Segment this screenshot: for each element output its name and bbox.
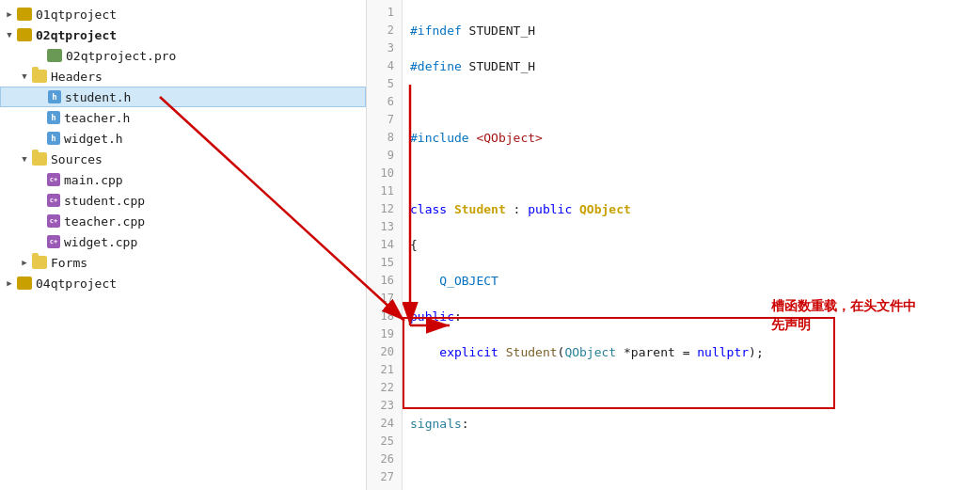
code-text[interactable]: #ifndef STUDENT_H #define STUDENT_H #inc… <box>403 0 980 490</box>
code-line-13 <box>410 450 972 468</box>
arrow-sources <box>19 153 30 165</box>
project-icon-02 <box>17 28 32 41</box>
tree-item-teacher-h[interactable]: h teacher.h <box>0 107 366 128</box>
tree-item-pro[interactable]: 02qtproject.pro <box>0 45 366 66</box>
cpp-icon-teacher: c+ <box>47 214 60 228</box>
h-icon-teacher: h <box>47 111 60 124</box>
label-headers: Headers <box>51 70 103 84</box>
code-line-1: #ifndef STUDENT_H <box>410 22 972 40</box>
code-line-14: public slots: <box>410 486 972 490</box>
label-02qtproject: 02qtproject <box>36 28 117 42</box>
tree-item-student-cpp[interactable]: c+ student.cpp <box>0 190 366 211</box>
label-teacher-cpp: teacher.cpp <box>64 214 145 229</box>
code-editor[interactable]: 12345 678910 1112131415 1617181920 21222… <box>367 0 980 490</box>
tree-item-02qtproject[interactable]: 02qtproject <box>0 24 366 45</box>
project-icon-01 <box>17 8 32 21</box>
label-04qtproject: 04qtproject <box>36 277 117 291</box>
label-widget-cpp: widget.cpp <box>64 235 137 249</box>
code-line-4: #include <QObject> <box>410 129 972 147</box>
project-icon-04 <box>17 277 32 290</box>
tree-item-widget-cpp[interactable]: c+ widget.cpp <box>0 231 366 252</box>
code-line-2: #define STUDENT_H <box>410 57 972 75</box>
arrow-headers <box>19 71 30 82</box>
label-student-cpp: student.cpp <box>64 194 145 208</box>
line-numbers: 12345 678910 1112131415 1617181920 21222… <box>367 0 403 490</box>
code-line-6: class Student : public QObject <box>410 200 972 218</box>
label-teacher-h: teacher.h <box>64 111 130 125</box>
label-sources: Sources <box>51 152 103 166</box>
arrow-02qtproject <box>4 29 15 40</box>
tree-item-student-h[interactable]: h student.h <box>0 87 366 107</box>
folder-icon-forms <box>32 256 47 269</box>
file-tree: 01qtproject 02qtproject 02qtproject.pro … <box>0 0 367 490</box>
tree-item-teacher-cpp[interactable]: c+ teacher.cpp <box>0 211 366 231</box>
code-line-8: Q_OBJECT <box>410 272 972 290</box>
label-forms: Forms <box>51 256 87 270</box>
label-main-cpp: main.cpp <box>64 173 123 187</box>
code-line-7: { <box>410 236 972 254</box>
code-line-5 <box>410 165 972 182</box>
arrow-forms <box>19 257 30 268</box>
h-icon-student: h <box>48 90 61 103</box>
tree-item-headers[interactable]: Headers <box>0 66 366 87</box>
cpp-icon-main: c+ <box>47 173 60 186</box>
code-line-9: public: <box>410 308 972 325</box>
pro-icon <box>47 49 62 62</box>
label-widget-h: widget.h <box>64 132 123 146</box>
arrow-04qtproject <box>4 277 15 289</box>
tree-item-forms[interactable]: Forms <box>0 252 366 273</box>
tree-item-main-cpp[interactable]: c+ main.cpp <box>0 169 366 190</box>
folder-icon-sources <box>32 152 47 166</box>
tree-item-sources[interactable]: Sources <box>0 149 366 169</box>
tree-item-widget-h[interactable]: h widget.h <box>0 128 366 149</box>
h-icon-widget: h <box>47 132 60 145</box>
folder-icon-headers <box>32 70 47 83</box>
code-line-11 <box>410 379 972 397</box>
tree-item-01qtproject[interactable]: 01qtproject <box>0 4 366 24</box>
arrow-01qtproject <box>4 8 15 20</box>
code-line-10: explicit Student(QObject *parent = nullp… <box>410 343 972 361</box>
cpp-icon-widget: c+ <box>47 235 60 248</box>
label-pro: 02qtproject.pro <box>66 49 176 63</box>
label-01qtproject: 01qtproject <box>36 8 117 22</box>
code-line-12: signals: <box>410 415 972 433</box>
tree-item-04qtproject[interactable]: 04qtproject <box>0 273 366 293</box>
cpp-icon-student: c+ <box>47 194 60 207</box>
label-student-h: student.h <box>65 90 131 104</box>
code-line-3 <box>410 93 972 111</box>
